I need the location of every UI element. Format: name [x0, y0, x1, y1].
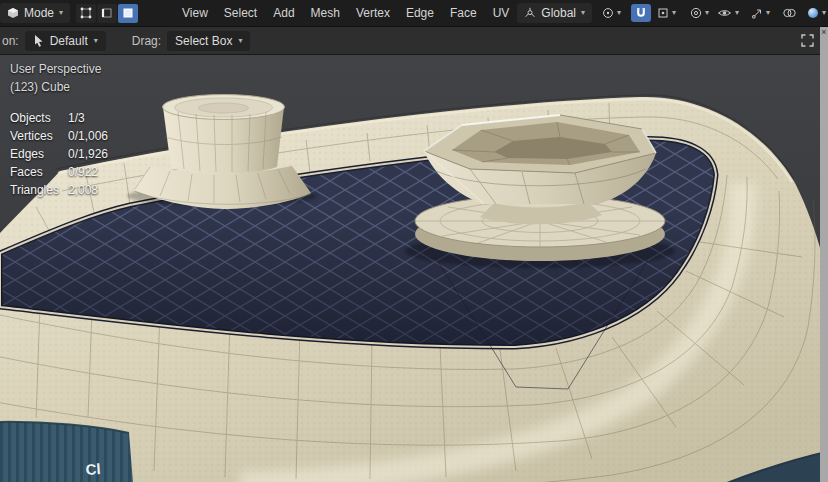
menu-face[interactable]: Face	[442, 3, 485, 23]
stat-value: 1/3	[68, 111, 85, 125]
mode-dropdown[interactable]: Mode ▾	[0, 3, 70, 23]
drag-mode-value: Select Box	[175, 34, 232, 48]
menu-select[interactable]: Select	[216, 3, 265, 23]
chevron-down-icon: ▾	[581, 9, 585, 17]
drag-label: Drag:	[132, 34, 161, 48]
proportional-editing-icon	[690, 7, 702, 19]
stat-value: 0/1,006	[68, 129, 108, 143]
menu-mesh[interactable]: Mesh	[303, 3, 348, 23]
show-object-types-dropdown[interactable]: ▾	[713, 4, 743, 22]
gizmo-arrow-icon	[751, 7, 763, 19]
select-mode-buttons	[76, 4, 138, 23]
material-preview-sphere-icon	[807, 7, 819, 19]
stat-row-faces: Faces 0/922	[10, 163, 108, 181]
chevron-down-icon: ▾	[766, 9, 770, 17]
chevron-down-icon: ▾	[617, 9, 621, 17]
snap-toggle-button[interactable]	[631, 4, 651, 22]
stat-value: 0/1,926	[68, 147, 108, 161]
table-side-left: Cl	[0, 422, 134, 482]
scene-canvas: Cl	[0, 55, 828, 482]
menu-vertex[interactable]: Vertex	[348, 3, 398, 23]
statistics-overlay: Objects 1/3 Vertices 0/1,006 Edges 0/1,9…	[10, 109, 108, 199]
face-select-icon	[122, 7, 134, 19]
overlays-dropdown[interactable]	[778, 4, 801, 22]
stat-value: 0/922	[68, 165, 98, 179]
eye-icon	[717, 7, 732, 19]
stat-row-vertices: Vertices 0/1,006	[10, 127, 108, 145]
tool-settings-prefix-label: on:	[2, 34, 19, 48]
viewport-shading-dropdown[interactable]: ▾	[803, 4, 828, 22]
active-object-label: (123) Cube	[10, 80, 70, 94]
snap-target-icon	[657, 7, 669, 19]
pivot-point-dropdown[interactable]: ▾	[598, 4, 625, 22]
menu-edge[interactable]: Edge	[398, 3, 442, 23]
gizmo-dropdown[interactable]: ▾	[747, 4, 774, 22]
pivot-point-icon	[602, 7, 614, 19]
chevron-down-icon: ▾	[238, 37, 242, 45]
chevron-down-icon: ▾	[822, 9, 826, 17]
tool-preset-dropdown[interactable]: Default ▾	[25, 31, 106, 51]
menu-uv[interactable]: UV	[485, 3, 518, 23]
orientation-value: Global	[541, 6, 576, 20]
tool-preset-value: Default	[50, 34, 88, 48]
edge-select-icon	[101, 7, 113, 19]
orientation-axes-icon	[524, 7, 536, 19]
pot-cap-center	[199, 103, 249, 113]
region-corners-icon[interactable]	[801, 34, 814, 47]
mode-label: Mode	[24, 6, 54, 20]
header-bar: Mode ▾ View Select Add Mesh Vertex	[0, 0, 828, 27]
chevron-down-icon: ▾	[94, 37, 98, 45]
vertex-select-icon	[80, 7, 92, 19]
magnet-icon	[635, 7, 647, 19]
menu-row: View Select Add Mesh Vertex Edge Face UV	[174, 3, 517, 23]
chevron-down-icon: ▾	[735, 9, 739, 17]
face-select-button[interactable]	[118, 4, 138, 23]
stat-value: 2,008	[68, 183, 98, 197]
drag-mode-dropdown[interactable]: Select Box ▾	[167, 31, 250, 51]
stat-label: Vertices	[10, 129, 68, 143]
cursor-icon	[33, 34, 44, 47]
stat-row-edges: Edges 0/1,926	[10, 145, 108, 163]
view-perspective-label: User Perspective	[10, 62, 101, 76]
menu-view[interactable]: View	[174, 3, 216, 23]
stat-label: Triangles	[10, 183, 68, 197]
close-icon[interactable]: ×	[820, 27, 828, 38]
snap-target-dropdown[interactable]: ▾	[653, 4, 680, 22]
stat-row-triangles: Triangles 2,008	[10, 181, 108, 199]
chevron-down-icon: ▾	[705, 9, 709, 17]
vertex-select-button[interactable]	[76, 4, 96, 23]
viewport-3d[interactable]: Cl User Perspective (123) Cube Objects 1…	[0, 55, 828, 482]
stat-label: Faces	[10, 165, 68, 179]
overlays-icon	[782, 7, 797, 19]
edit-mode-cube-icon	[7, 7, 19, 19]
right-area-divider[interactable]: ×	[820, 27, 828, 482]
side-label-text: Cl	[85, 460, 101, 478]
transform-orientation-dropdown[interactable]: Global ▾	[517, 3, 592, 23]
menu-add[interactable]: Add	[265, 3, 302, 23]
stat-label: Edges	[10, 147, 68, 161]
chevron-down-icon: ▾	[672, 9, 676, 17]
tool-settings-bar: on: Default ▾ Drag: Select Box ▾	[0, 27, 828, 55]
chevron-down-icon: ▾	[59, 9, 63, 17]
edge-select-button[interactable]	[97, 4, 117, 23]
stat-row-objects: Objects 1/3	[10, 109, 108, 127]
stat-label: Objects	[10, 111, 68, 125]
proportional-editing-dropdown[interactable]: ▾	[686, 4, 713, 22]
